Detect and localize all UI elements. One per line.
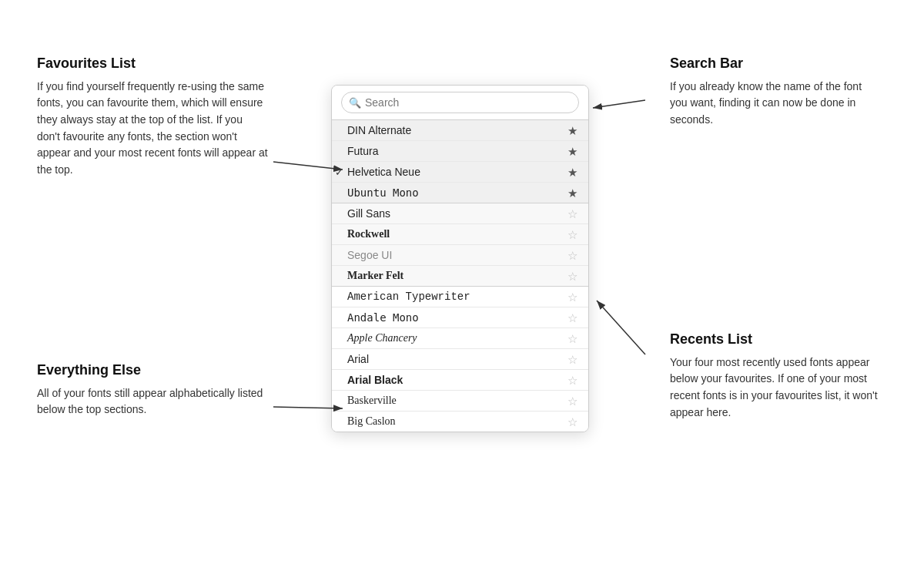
font-name-label: Ubuntu Mono bbox=[343, 186, 567, 199]
font-row-favourite[interactable]: DIN Alternate★ bbox=[332, 120, 588, 141]
recents-title: Recents List bbox=[670, 331, 878, 348]
font-row-all[interactable]: Andale Mono☆ bbox=[332, 307, 588, 328]
favourite-star[interactable]: ☆ bbox=[567, 395, 578, 407]
font-name-label: Apple Chancery bbox=[343, 332, 567, 344]
selected-checkmark: ✓ bbox=[335, 166, 343, 178]
search-bar-annotation: Search Bar If you already know the name … bbox=[670, 55, 878, 129]
font-row-all[interactable]: American Typewriter☆ bbox=[332, 287, 588, 307]
favourite-star[interactable]: ☆ bbox=[567, 333, 578, 344]
font-name-label: Rockwell bbox=[343, 228, 567, 240]
favourite-star[interactable]: ★ bbox=[567, 166, 578, 178]
font-row-favourite[interactable]: Ubuntu Mono★ bbox=[332, 183, 588, 203]
favourite-star[interactable]: ☆ bbox=[567, 229, 578, 240]
search-bar: 🔍 bbox=[332, 86, 588, 120]
font-name-label: Andale Mono bbox=[343, 311, 567, 324]
search-input[interactable] bbox=[341, 92, 579, 113]
favourite-star[interactable]: ☆ bbox=[567, 208, 578, 220]
favourite-star[interactable]: ★ bbox=[567, 146, 578, 157]
font-row-recent[interactable]: Rockwell☆ bbox=[332, 224, 588, 245]
font-row-all[interactable]: Apple Chancery☆ bbox=[332, 328, 588, 349]
font-name-label: Segoe UI bbox=[343, 249, 567, 261]
font-name-label: Arial bbox=[343, 353, 567, 365]
favourite-star[interactable]: ☆ bbox=[567, 270, 578, 282]
recents-body: Your four most recently used fonts appea… bbox=[670, 354, 878, 422]
font-row-all[interactable]: Arial Black☆ bbox=[332, 370, 588, 391]
search-bar-title: Search Bar bbox=[670, 55, 878, 72]
font-name-label: American Typewriter bbox=[343, 291, 567, 303]
everything-else-annotation: Everything Else All of your fonts still … bbox=[37, 362, 268, 418]
everything-else-title: Everything Else bbox=[37, 362, 268, 379]
font-row-recent[interactable]: Marker Felt☆ bbox=[332, 266, 588, 286]
font-name-label: Gill Sans bbox=[343, 207, 567, 220]
recents-annotation: Recents List Your four most recently use… bbox=[670, 331, 878, 421]
favourite-star[interactable]: ★ bbox=[567, 187, 578, 199]
recents-section: Gill Sans☆Rockwell☆Segoe UI☆Marker Felt☆ bbox=[332, 203, 588, 287]
font-row-favourite[interactable]: ✓Helvetica Neue★ bbox=[332, 162, 588, 183]
font-row-recent[interactable]: Gill Sans☆ bbox=[332, 203, 588, 224]
font-name-label: Big Caslon bbox=[343, 415, 567, 428]
page: Favourites List If you find yourself fre… bbox=[0, 0, 924, 561]
font-row-favourite[interactable]: Futura★ bbox=[332, 141, 588, 162]
font-picker-panel: 🔍 DIN Alternate★Futura★✓Helvetica Neue★U… bbox=[331, 85, 589, 432]
favourite-star[interactable]: ☆ bbox=[567, 250, 578, 261]
everything-else-body: All of your fonts still appear alphabeti… bbox=[37, 385, 268, 418]
search-icon: 🔍 bbox=[349, 97, 361, 109]
favourite-star[interactable]: ☆ bbox=[567, 416, 578, 428]
font-name-label: Baskerville bbox=[343, 395, 567, 407]
favourite-star[interactable]: ★ bbox=[567, 125, 578, 136]
search-bar-body: If you already know the name of the font… bbox=[670, 79, 878, 129]
font-row-all[interactable]: Arial☆ bbox=[332, 349, 588, 370]
favourite-star[interactable]: ☆ bbox=[567, 312, 578, 324]
font-name-label: Marker Felt bbox=[343, 270, 567, 282]
font-row-recent[interactable]: Segoe UI☆ bbox=[332, 245, 588, 266]
font-row-all[interactable]: Big Caslon☆ bbox=[332, 412, 588, 432]
font-name-label: Helvetica Neue bbox=[343, 166, 567, 178]
favourite-star[interactable]: ☆ bbox=[567, 291, 578, 303]
favourite-star[interactable]: ☆ bbox=[567, 354, 578, 365]
favourites-section: DIN Alternate★Futura★✓Helvetica Neue★Ubu… bbox=[332, 120, 588, 203]
font-name-label: Arial Black bbox=[343, 374, 567, 386]
all-fonts-section: American Typewriter☆Andale Mono☆Apple Ch… bbox=[332, 287, 588, 432]
font-row-all[interactable]: Baskerville☆ bbox=[332, 391, 588, 412]
svg-line-2 bbox=[597, 301, 645, 354]
favourite-star[interactable]: ☆ bbox=[567, 375, 578, 386]
favourites-body: If you find yourself frequently re-using… bbox=[37, 79, 268, 179]
font-name-label: Futura bbox=[343, 145, 567, 157]
favourites-title: Favourites List bbox=[37, 55, 268, 72]
favourites-annotation: Favourites List If you find yourself fre… bbox=[37, 55, 268, 179]
font-name-label: DIN Alternate bbox=[343, 124, 567, 136]
svg-line-1 bbox=[593, 100, 645, 108]
search-input-wrapper: 🔍 bbox=[341, 92, 579, 113]
